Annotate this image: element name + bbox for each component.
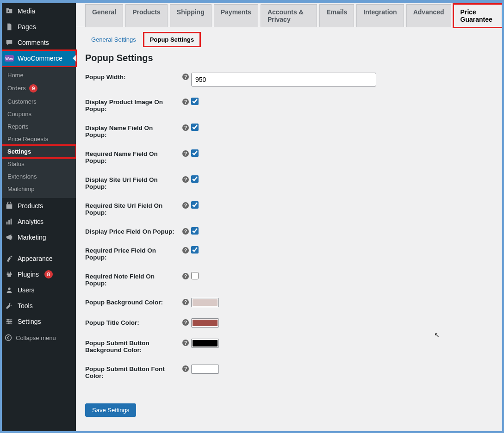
help-icon[interactable]: ? bbox=[180, 148, 191, 157]
submenu-orders[interactable]: Orders 9 bbox=[2, 81, 76, 95]
color-bg[interactable] bbox=[191, 298, 219, 307]
save-button[interactable]: Save Settings bbox=[85, 403, 136, 417]
woocommerce-icon: Woo bbox=[5, 54, 14, 63]
label-display-site: Display Site Url Field On Popup: bbox=[85, 174, 180, 190]
checkbox-display-price[interactable] bbox=[191, 227, 199, 235]
sidebar-item-comments[interactable]: Comments bbox=[2, 35, 76, 50]
checkbox-required-note[interactable] bbox=[191, 272, 199, 279]
sidebar-item-users[interactable]: Users bbox=[2, 282, 76, 298]
label-required-price: Required Price Field On Popup: bbox=[85, 245, 180, 261]
sidebar-item-label: WooCommerce bbox=[18, 55, 62, 62]
help-icon[interactable]: ? bbox=[180, 200, 191, 209]
label-required-note: Required Note Field On Popup: bbox=[85, 271, 180, 287]
checkbox-display-image[interactable] bbox=[191, 98, 199, 105]
help-icon[interactable]: ? bbox=[180, 123, 191, 131]
submenu-customers[interactable]: Customers bbox=[2, 95, 76, 108]
woocommerce-submenu: Home Orders 9 Customers Coupons Reports … bbox=[2, 66, 76, 198]
svg-point-14 bbox=[8, 322, 10, 324]
subtab-general-settings[interactable]: General Settings bbox=[85, 33, 142, 46]
svg-point-8 bbox=[8, 288, 10, 290]
sidebar-item-appearance[interactable]: Appearance bbox=[2, 251, 76, 266]
sidebar-item-label: Media bbox=[18, 7, 35, 15]
sidebar-item-label: Users bbox=[18, 286, 35, 294]
submenu-home[interactable]: Home bbox=[2, 69, 76, 81]
color-title[interactable] bbox=[191, 318, 219, 328]
sub-tabs: General Settings Popup Settings bbox=[76, 27, 502, 50]
label-btn-bg: Popup Submit Button Background Color: bbox=[85, 338, 180, 353]
svg-rect-5 bbox=[11, 219, 12, 225]
sidebar-item-tools[interactable]: Tools bbox=[2, 298, 76, 314]
help-icon[interactable]: ? bbox=[180, 97, 191, 105]
color-btn-font[interactable] bbox=[191, 365, 219, 374]
help-icon[interactable]: ? bbox=[180, 226, 191, 235]
sidebar-item-label: Appearance bbox=[18, 255, 53, 262]
label-display-price: Display Price Field On Popup: bbox=[85, 226, 180, 235]
label-title-color: Popup Title Color: bbox=[85, 317, 180, 326]
submenu-status[interactable]: Status bbox=[2, 158, 76, 170]
checkbox-required-site[interactable] bbox=[191, 201, 199, 209]
tab-advanced[interactable]: Advanced bbox=[406, 4, 451, 27]
orders-badge: 9 bbox=[29, 84, 37, 93]
sidebar-item-label: Products bbox=[18, 202, 43, 210]
sidebar-item-media[interactable]: Media bbox=[2, 3, 76, 19]
help-icon[interactable]: ? bbox=[180, 297, 191, 305]
collapse-menu[interactable]: Collapse menu bbox=[2, 329, 76, 346]
help-icon[interactable]: ? bbox=[180, 174, 191, 183]
checkbox-display-name[interactable] bbox=[191, 124, 199, 131]
tab-general[interactable]: General bbox=[85, 4, 123, 27]
tab-products[interactable]: Products bbox=[125, 4, 168, 27]
svg-rect-4 bbox=[8, 220, 10, 224]
tab-payments[interactable]: Payments bbox=[214, 4, 258, 27]
tab-emails[interactable]: Emails bbox=[319, 4, 354, 27]
collapse-label: Collapse menu bbox=[16, 334, 56, 341]
submenu-extensions[interactable]: Extensions bbox=[2, 170, 76, 183]
checkbox-required-name[interactable] bbox=[191, 149, 199, 157]
submenu-mailchimp[interactable]: Mailchimp bbox=[2, 183, 76, 195]
label-bg-color: Popup Background Color: bbox=[85, 297, 180, 306]
submenu-coupons[interactable]: Coupons bbox=[2, 108, 76, 120]
sidebar-item-label: Settings bbox=[18, 318, 41, 325]
label-display-name: Display Name Field On Popup: bbox=[85, 123, 180, 138]
submenu-reports[interactable]: Reports bbox=[2, 120, 76, 133]
label-popup-width: Popup Width: bbox=[85, 72, 180, 80]
tab-integration[interactable]: Integration bbox=[356, 4, 404, 27]
svg-rect-2 bbox=[6, 204, 12, 209]
tab-price-guarantee[interactable]: Price Guarantee bbox=[454, 4, 502, 27]
tab-accounts[interactable]: Accounts & Privacy bbox=[261, 4, 317, 27]
appearance-icon bbox=[5, 254, 14, 263]
sidebar-item-pages[interactable]: Pages bbox=[2, 19, 76, 35]
sidebar-item-plugins[interactable]: Plugins 8 bbox=[2, 266, 76, 282]
submenu-price-requests[interactable]: Price Requests bbox=[2, 133, 76, 145]
users-icon bbox=[5, 285, 14, 295]
help-icon[interactable]: ? bbox=[180, 364, 191, 372]
help-icon[interactable]: ? bbox=[180, 245, 191, 254]
marketing-icon bbox=[5, 233, 14, 242]
input-popup-width[interactable] bbox=[191, 73, 376, 87]
help-icon[interactable]: ? bbox=[180, 72, 191, 80]
svg-point-15 bbox=[6, 335, 12, 341]
sidebar-item-analytics[interactable]: Analytics bbox=[2, 214, 76, 229]
checkbox-display-site[interactable] bbox=[191, 175, 199, 183]
label-btn-font: Popup Submit Button Font Color: bbox=[85, 364, 180, 379]
sidebar-item-products[interactable]: Products bbox=[2, 198, 76, 214]
help-icon[interactable]: ? bbox=[180, 271, 191, 279]
submenu-settings[interactable]: Settings bbox=[2, 145, 76, 158]
help-icon[interactable]: ? bbox=[180, 317, 191, 326]
color-btn-bg[interactable] bbox=[191, 339, 219, 348]
subtab-popup-settings[interactable]: Popup Settings bbox=[144, 33, 200, 46]
svg-rect-6 bbox=[11, 236, 12, 238]
checkbox-required-price[interactable] bbox=[191, 246, 199, 254]
tab-shipping[interactable]: Shipping bbox=[170, 4, 212, 27]
analytics-icon bbox=[5, 217, 14, 226]
help-icon[interactable]: ? bbox=[180, 338, 191, 346]
sidebar-item-label: Comments bbox=[18, 39, 49, 46]
label-required-site: Required Site Url Field On Popup: bbox=[85, 200, 180, 216]
sidebar-item-marketing[interactable]: Marketing bbox=[2, 229, 76, 245]
sidebar-item-woocommerce[interactable]: Woo WooCommerce bbox=[2, 50, 76, 66]
sidebar-item-label: Analytics bbox=[18, 218, 44, 225]
svg-rect-3 bbox=[6, 222, 8, 224]
sidebar-item-label: Pages bbox=[18, 23, 36, 31]
products-icon bbox=[5, 201, 14, 210]
sidebar-item-settings[interactable]: Settings bbox=[2, 314, 76, 329]
svg-point-0 bbox=[7, 10, 9, 12]
